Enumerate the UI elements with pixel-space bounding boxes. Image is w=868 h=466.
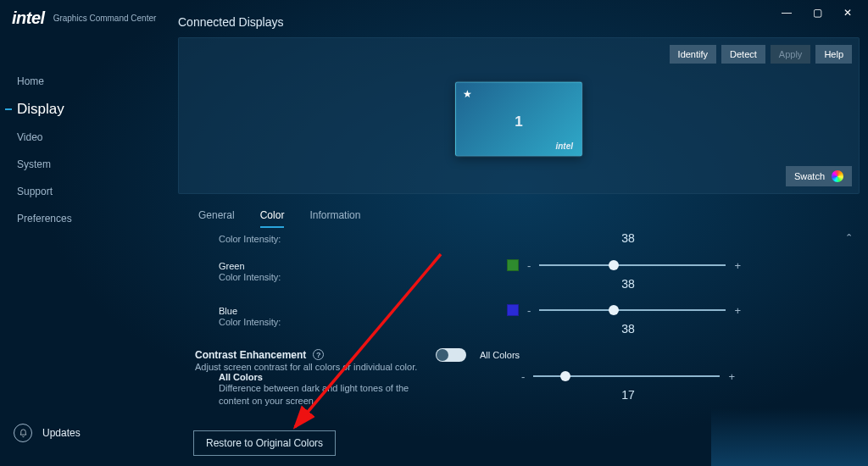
identify-button[interactable]: Identify	[670, 45, 716, 64]
color-row-green: Green Color Intensity: - + 38	[219, 259, 843, 291]
blue-swatch-icon	[507, 304, 519, 316]
color-sublabel-blue: Color Intensity:	[219, 316, 414, 329]
slider-plus[interactable]: +	[726, 259, 749, 272]
page-title: Connected Displays	[178, 15, 860, 29]
bottom-fade	[711, 408, 868, 466]
apply-button: Apply	[771, 45, 811, 64]
sidebar-item-video[interactable]: Video	[0, 124, 161, 151]
allcolors-slider[interactable]	[533, 375, 720, 377]
brand-mark: intel	[12, 8, 45, 28]
allcolors-value: 17	[621, 388, 635, 402]
color-channel-blue: Blue	[219, 306, 414, 316]
tab-color[interactable]: Color	[260, 204, 285, 228]
swatch-icon	[832, 170, 843, 182]
allcolors-toggle-label: All Colors	[480, 350, 520, 360]
tab-general[interactable]: General	[198, 204, 235, 228]
monitor-brand: intel	[555, 141, 573, 150]
swatch-button[interactable]: Swatch	[786, 166, 852, 186]
updates-label: Updates	[42, 427, 81, 439]
allcolors-label: All Colors	[219, 372, 414, 382]
main: Connected Displays Identify Detect Apply…	[178, 15, 860, 466]
slider-minus[interactable]: -	[513, 370, 533, 383]
sidebar-item-system[interactable]: System	[0, 151, 161, 178]
monitor-index: 1	[456, 113, 581, 130]
slider-plus[interactable]: +	[726, 304, 749, 317]
app-brand: intel Graphics Command Center	[12, 8, 156, 28]
allcolors-slider-thumb[interactable]	[560, 371, 570, 381]
color-value-0: 38	[621, 231, 635, 245]
color-sublabel-0: Color Intensity:	[219, 233, 414, 246]
scroll-up-chevron-icon[interactable]: ⌃	[841, 230, 856, 245]
color-row-blue: Blue Color Intensity: - + 38	[219, 304, 843, 336]
color-channel-green: Green	[219, 261, 414, 271]
bell-icon	[14, 424, 32, 442]
restore-button[interactable]: Restore to Original Colors	[193, 430, 336, 456]
monitor-tile[interactable]: ★ 1 intel	[455, 81, 582, 156]
color-value-blue: 38	[621, 322, 635, 336]
color-value-green: 38	[621, 277, 635, 291]
updates-button[interactable]: Updates	[14, 424, 81, 442]
sidebar: Home Display Video System Support Prefer…	[0, 68, 161, 466]
color-sublabel-green: Color Intensity:	[219, 271, 414, 284]
sidebar-item-preferences[interactable]: Preferences	[0, 205, 161, 232]
tab-information[interactable]: Information	[309, 204, 360, 228]
contrast-header: Contrast Enhancement	[195, 349, 306, 361]
allcolors-toggle[interactable]	[436, 348, 466, 362]
green-slider[interactable]	[539, 264, 726, 266]
brand-subtitle: Graphics Command Center	[53, 14, 157, 23]
blue-slider[interactable]	[539, 309, 726, 311]
green-slider-thumb[interactable]	[609, 260, 619, 270]
sidebar-item-home[interactable]: Home	[0, 68, 161, 95]
sidebar-item-display[interactable]: Display	[0, 95, 161, 124]
sidebar-item-support[interactable]: Support	[0, 178, 161, 205]
slider-plus[interactable]: +	[720, 370, 743, 383]
slider-minus[interactable]: -	[519, 259, 539, 272]
display-panel: Identify Detect Apply Help ★ 1 intel Swa…	[178, 37, 860, 194]
blue-slider-thumb[interactable]	[609, 305, 619, 315]
allcolors-row: All Colors Difference between dark and l…	[219, 370, 843, 408]
slider-minus[interactable]: -	[519, 304, 539, 317]
info-icon[interactable]: ?	[313, 349, 324, 360]
help-button[interactable]: Help	[815, 45, 852, 64]
swatch-label: Swatch	[794, 171, 825, 181]
star-icon: ★	[463, 87, 472, 99]
detect-button[interactable]: Detect	[721, 45, 765, 64]
green-swatch-icon	[507, 259, 519, 271]
color-row-0: Color Intensity: 38	[219, 233, 843, 246]
tabs: General Color Information	[198, 204, 860, 228]
allcolors-desc: Difference between dark and light tones …	[219, 382, 414, 408]
